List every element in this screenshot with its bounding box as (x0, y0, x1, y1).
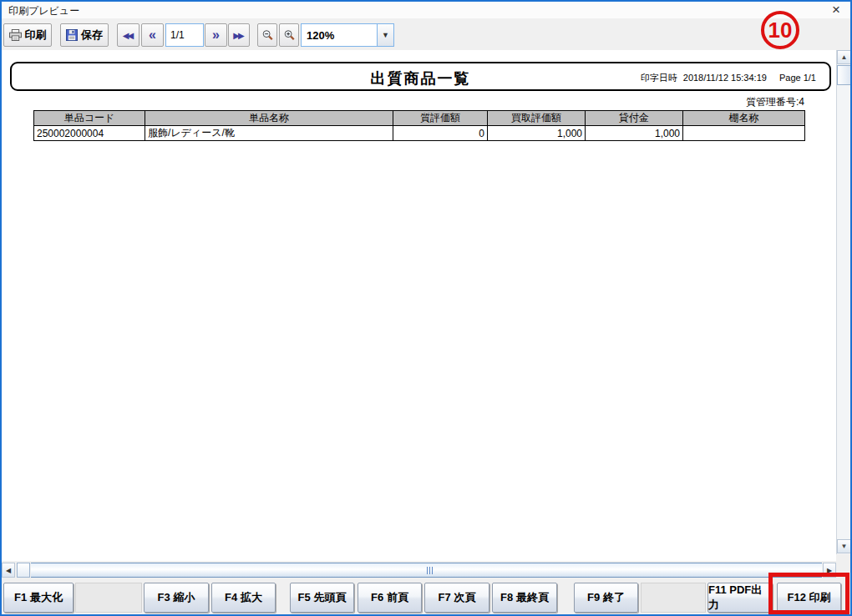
f9-exit-button[interactable]: F9 終了 (574, 583, 638, 613)
cell-item-name: 服飾/レディース/靴 (145, 126, 393, 141)
arrow-left-icon: ◀ (6, 567, 11, 574)
next-page-button[interactable]: » (205, 23, 227, 47)
scroll-left-button[interactable]: ◀ (2, 563, 15, 578)
annotation-step-number: 10 (768, 18, 793, 43)
f5-first-page-button[interactable]: F5 先頭頁 (290, 583, 354, 613)
last-page-icon: ▶▶ (233, 31, 244, 40)
f4-zoom-in-button[interactable]: F4 拡大 (211, 583, 276, 613)
cell-item-code: 250002000004 (34, 126, 145, 141)
arrow-down-icon: ▼ (841, 543, 848, 550)
pawn-control-number: 質管理番号:4 (746, 95, 804, 109)
prev-page-button[interactable]: « (141, 23, 164, 47)
cell-shelf-name (683, 126, 805, 141)
zoom-in-button[interactable] (279, 23, 299, 47)
col-header-loan-amount: 貸付金 (586, 111, 683, 126)
cell-pawn-value: 0 (393, 126, 488, 141)
zoom-in-icon (283, 29, 296, 42)
print-button-label: 印刷 (25, 28, 47, 43)
f3-zoom-out-button[interactable]: F3 縮小 (144, 583, 209, 613)
preview-pane: 出質商品一覧 印字日時 2018/11/12 15:34:19 Page 1/1… (2, 50, 836, 561)
f7-next-page-button[interactable]: F7 次頁 (424, 583, 489, 613)
zoom-level-value: 120% (302, 29, 377, 42)
toolbar: 印刷 保存 ◀◀ « » ▶▶ 120% ▼ (2, 18, 850, 52)
first-page-icon: ◀◀ (123, 31, 134, 40)
save-button-label: 保存 (81, 28, 103, 43)
print-button[interactable]: 印刷 (3, 23, 52, 47)
page-number-input[interactable] (165, 23, 204, 47)
report-header-box: 出質商品一覧 印字日時 2018/11/12 15:34:19 Page 1/1 (10, 62, 831, 91)
printed-datetime-label: 印字日時 (641, 73, 677, 83)
f8-last-page-button[interactable]: F8 最終頁 (492, 583, 557, 613)
col-header-item-code: 単品コード (34, 111, 145, 126)
scroll-down-button[interactable]: ▼ (837, 539, 851, 553)
zoom-out-button[interactable] (257, 23, 277, 47)
close-icon[interactable]: × (827, 2, 845, 18)
col-header-shelf-name: 棚名称 (683, 111, 805, 126)
f2-empty-slot (75, 583, 142, 613)
scrollbar-corner (836, 554, 850, 579)
save-icon (66, 29, 78, 41)
save-button[interactable]: 保存 (60, 23, 109, 47)
f10-empty-slot (641, 583, 706, 613)
arrow-up-icon: ▲ (841, 53, 848, 61)
cell-loan-amount: 1,000 (586, 126, 683, 141)
cell-purchase-value: 1,000 (488, 126, 586, 141)
zoom-out-icon (261, 29, 274, 42)
col-header-purchase-value: 買取評価額 (488, 111, 586, 126)
horizontal-scrollbar-track[interactable] (31, 563, 822, 578)
scrollbar-grip-icon (427, 567, 434, 574)
scroll-up-button[interactable]: ▲ (837, 50, 851, 64)
vertical-scrollbar-thumb[interactable] (837, 65, 851, 85)
next-page-icon: » (212, 28, 220, 43)
page-indicator: Page 1/1 (779, 73, 816, 83)
printed-datetime-value: 2018/11/12 15:34:19 (683, 73, 767, 83)
printer-icon (9, 29, 22, 41)
annotation-step-circle: 10 (761, 11, 799, 49)
scroll-right-button[interactable]: ▶ (823, 563, 836, 578)
f12-print-button[interactable]: F12 印刷 (777, 583, 841, 613)
function-key-bar: F1 最大化 F3 縮小 F4 拡大 F5 先頭頁 F6 前頁 F7 次頁 F8… (2, 579, 850, 614)
first-page-button[interactable]: ◀◀ (117, 23, 139, 47)
f11-pdf-output-button[interactable]: F11 PDF出力 (707, 583, 773, 613)
report-meta: 印字日時 2018/11/12 15:34:19 Page 1/1 (637, 72, 816, 84)
vertical-scrollbar[interactable]: ▲ ▼ (836, 50, 850, 554)
horizontal-scrollbar[interactable]: ◀ ▶ (2, 563, 836, 578)
title-bar: 印刷プレビュー × (2, 2, 850, 18)
last-page-button[interactable]: ▶▶ (228, 23, 250, 47)
items-table: 単品コード 単品名称 質評価額 買取評価額 貸付金 棚名称 2500020000… (33, 110, 805, 141)
f6-prev-page-button[interactable]: F6 前頁 (358, 583, 422, 613)
table-header-row: 単品コード 単品名称 質評価額 買取評価額 貸付金 棚名称 (34, 111, 805, 126)
table-row: 250002000004 服飾/レディース/靴 0 1,000 1,000 (34, 126, 805, 141)
window-title: 印刷プレビュー (8, 4, 79, 18)
prev-page-icon: « (149, 28, 156, 43)
print-preview-window: 印刷プレビュー × 印刷 保存 ◀◀ « » ▶▶ (0, 0, 852, 616)
f1-maximize-button[interactable]: F1 最大化 (3, 583, 74, 613)
col-header-pawn-value: 質評価額 (393, 111, 488, 126)
zoom-level-select[interactable]: 120% ▼ (301, 23, 394, 47)
chevron-down-icon[interactable]: ▼ (377, 24, 393, 46)
col-header-item-name: 単品名称 (145, 111, 393, 126)
arrow-right-icon: ▶ (827, 567, 832, 574)
horizontal-scrollbar-thumb[interactable] (17, 563, 30, 578)
